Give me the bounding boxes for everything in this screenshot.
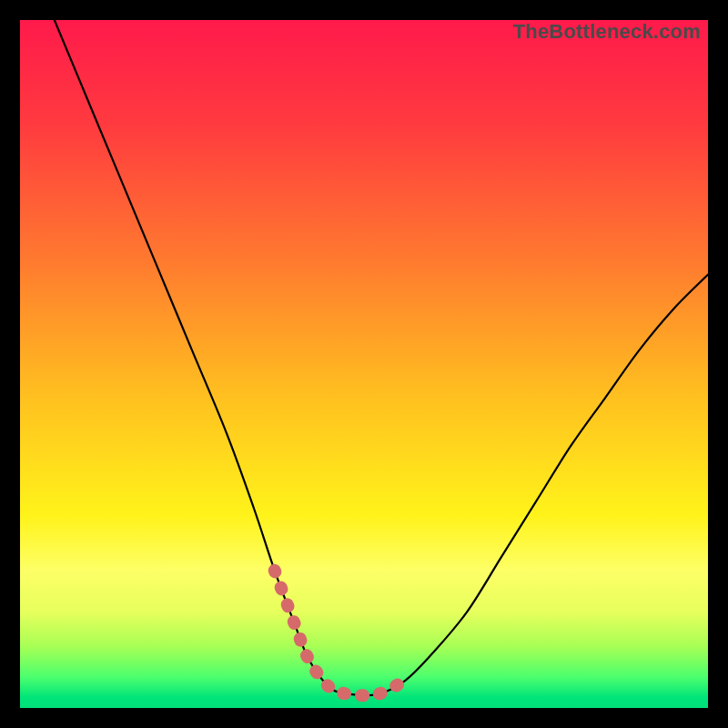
chart-frame: TheBottleneck.com [0, 0, 728, 728]
chart-svg [20, 20, 708, 708]
watermark-text: TheBottleneck.com [513, 20, 701, 44]
gradient-background [20, 20, 708, 708]
plot-area: TheBottleneck.com [20, 20, 708, 708]
